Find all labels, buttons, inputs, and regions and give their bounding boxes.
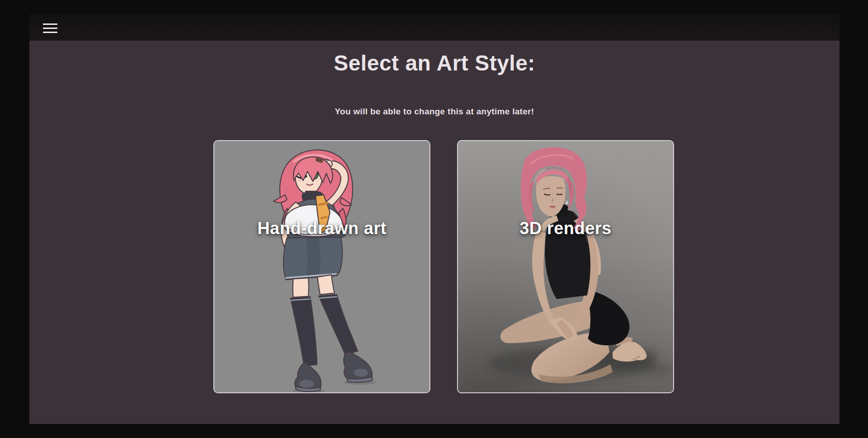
hamburger-bar [43,24,57,25]
art-style-card-3d-renders[interactable]: 3D renders [457,140,674,393]
app-window: { "menu": { "icon": "hamburger-menu-icon… [0,0,868,438]
top-bar [29,14,840,41]
hamburger-menu-icon[interactable] [43,24,57,33]
hand-drawn-art-illustration [214,141,429,392]
art-style-card-hand-drawn[interactable]: Hand-drawn art [213,140,430,393]
page-title: Select an Art Style: [29,51,840,75]
hamburger-bar [43,32,57,33]
3d-render-illustration [458,141,673,392]
hamburger-bar [43,28,57,29]
page-subtitle: You will be able to change this at anyti… [29,107,840,117]
content-panel: Select an Art Style: You will be able to… [29,41,840,424]
